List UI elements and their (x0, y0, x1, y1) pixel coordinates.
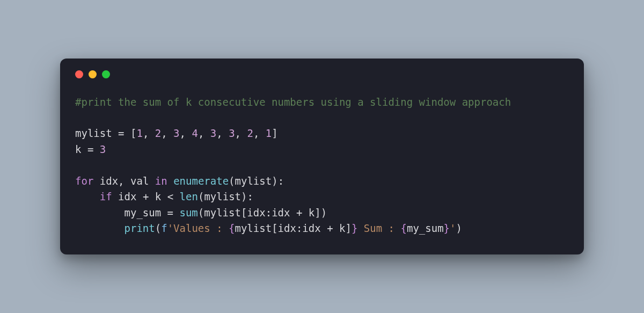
code-token: ) (241, 191, 247, 202)
code-token: < (167, 191, 173, 202)
code-token: , (253, 127, 266, 139)
code-token (161, 191, 167, 202)
code-token: ' (167, 222, 173, 234)
code-token: my_sum (407, 222, 444, 234)
code-token: [ (241, 207, 247, 219)
code-token (333, 222, 339, 234)
code-token: , (180, 127, 192, 139)
code-token: { (229, 222, 235, 234)
code-token: + (143, 191, 149, 202)
code-token: k (75, 143, 81, 155)
code-token: : (266, 207, 272, 219)
close-icon[interactable] (75, 70, 83, 78)
code-token: len (180, 191, 198, 202)
code-token: ( (229, 175, 235, 187)
code-token: 3 (210, 127, 216, 139)
code-token: } (444, 222, 450, 234)
code-token: : (247, 191, 253, 202)
code-token: : (278, 175, 284, 187)
code-token: idx (100, 175, 118, 187)
minimize-icon[interactable] (89, 70, 97, 78)
code-token: in (155, 175, 167, 187)
code-token: mylist (235, 222, 272, 234)
code-token: ( (155, 222, 161, 234)
code-token: idx (247, 207, 265, 219)
stage: #print the sum of k consecutive numbers … (0, 0, 644, 313)
code-token: k (309, 207, 314, 219)
code-token (149, 175, 155, 187)
window-traffic-lights (75, 70, 569, 78)
code-token: for (75, 175, 93, 187)
code-token: mylist (204, 207, 241, 219)
code-window: #print the sum of k consecutive numbers … (60, 59, 584, 255)
code-token (302, 207, 308, 219)
code-token: ] (346, 222, 352, 234)
code-token: mylist (75, 127, 112, 139)
code-token: Sum : (357, 222, 400, 234)
code-token: , (161, 127, 173, 139)
code-token: 3 (100, 143, 106, 155)
code-token (173, 191, 179, 202)
code-token (75, 207, 125, 219)
code-token: } (352, 222, 357, 234)
code-token: val (130, 175, 149, 187)
code-token: 3 (173, 127, 179, 139)
code-token (75, 222, 125, 234)
code-token (75, 191, 100, 202)
code-token: if (100, 191, 112, 202)
code-token: + (327, 222, 333, 234)
code-token: ] (314, 207, 320, 219)
code-token: idx (272, 207, 290, 219)
code-token: 1 (266, 127, 272, 139)
code-token: ) (321, 207, 327, 219)
code-token: 1 (136, 127, 142, 139)
code-token: : (296, 222, 302, 234)
code-token: + (296, 207, 302, 219)
code-token: k (339, 222, 345, 234)
code-token (93, 175, 99, 187)
code-token (112, 191, 118, 202)
code-token: idx (118, 191, 136, 202)
code-token: = (81, 143, 99, 155)
code-token: k (155, 191, 161, 202)
code-token: print (125, 222, 155, 234)
code-token: { (400, 222, 406, 234)
code-token: idx (278, 222, 296, 234)
code-token (136, 191, 142, 202)
code-token: mylist (235, 175, 272, 187)
code-token: = (161, 207, 179, 219)
code-token: enumerate (173, 175, 229, 187)
code-token (149, 191, 155, 202)
code-token: mylist (204, 191, 241, 202)
code-token: , (198, 127, 210, 139)
code-token (321, 222, 327, 234)
code-token (167, 175, 173, 187)
code-token: , (216, 127, 229, 139)
code-token: , (235, 127, 247, 139)
code-token: ] (272, 127, 277, 139)
code-block: #print the sum of k consecutive numbers … (75, 94, 569, 237)
code-token (290, 207, 296, 219)
code-token: , (118, 175, 130, 187)
code-token: = (112, 127, 130, 139)
code-comment: #print the sum of k consecutive numbers … (75, 96, 511, 108)
code-token: 2 (155, 127, 161, 139)
code-token: ' (450, 222, 456, 234)
code-token: sum (179, 207, 197, 219)
code-token: 2 (247, 127, 253, 139)
code-token: ( (198, 207, 204, 219)
code-token: f (161, 222, 167, 234)
code-token: , (143, 127, 155, 139)
code-token: [ (130, 127, 136, 139)
code-token: idx (302, 222, 320, 234)
code-token: 3 (229, 127, 235, 139)
code-token: Values : (173, 222, 229, 234)
code-token: 4 (192, 127, 197, 139)
code-token: ) (272, 175, 277, 187)
code-token: ( (198, 191, 204, 202)
zoom-icon[interactable] (102, 70, 110, 78)
code-token: [ (272, 222, 277, 234)
code-token: ) (456, 222, 462, 234)
code-token: my_sum (125, 207, 162, 219)
